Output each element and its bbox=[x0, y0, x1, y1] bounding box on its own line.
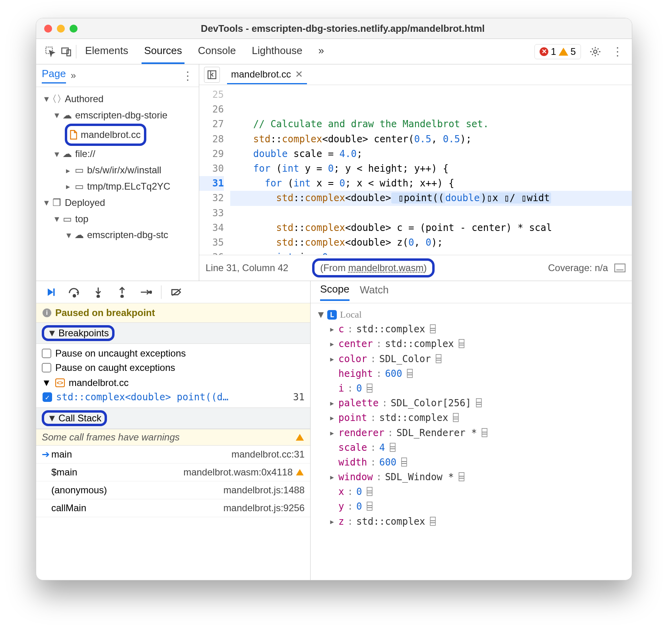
editor-tab-mandelbrot-cc[interactable]: mandelbrot.cc ✕ bbox=[227, 65, 307, 84]
memory-icon[interactable]: ⌸ bbox=[476, 396, 482, 411]
expand-icon[interactable]: ▸ bbox=[329, 396, 335, 411]
expand-icon[interactable]: ▸ bbox=[329, 322, 335, 337]
scope-var[interactable]: ▸palette: SDL_Color[256]⌸ bbox=[329, 396, 625, 411]
tab-watch[interactable]: Watch bbox=[360, 284, 389, 300]
tree-authored[interactable]: ▼〈〉Authored bbox=[43, 91, 196, 107]
scope-var[interactable]: height: 600⌸ bbox=[329, 367, 625, 381]
pause-uncaught-row[interactable]: Pause on uncaught exceptions bbox=[42, 346, 305, 361]
tab-lighthouse[interactable]: Lighthouse bbox=[249, 39, 305, 64]
step-out-button[interactable] bbox=[112, 283, 132, 301]
close-tab-icon[interactable]: ✕ bbox=[295, 69, 303, 80]
expand-icon[interactable]: ▸ bbox=[329, 411, 335, 425]
memory-icon[interactable]: ⌸ bbox=[367, 499, 372, 514]
code-area[interactable]: 25 26 27 28 29 30 31 32 33 34 35 36 37 /… bbox=[199, 85, 632, 255]
breakpoints-header[interactable]: ▼Breakpoints bbox=[36, 322, 310, 344]
scope-var[interactable]: width: 600⌸ bbox=[329, 455, 625, 470]
callstack-frame[interactable]: $mainmandelbrot.wasm:0x4118 bbox=[36, 464, 310, 481]
scope-var[interactable]: scale: 4⌸ bbox=[329, 440, 625, 455]
memory-icon[interactable]: ⌸ bbox=[367, 381, 372, 396]
tab-scope[interactable]: Scope bbox=[320, 283, 350, 301]
scope-var[interactable]: ▸color: SDL_Color⌸ bbox=[329, 352, 625, 367]
memory-icon[interactable]: ⌸ bbox=[430, 514, 435, 529]
step-over-button[interactable] bbox=[64, 283, 85, 301]
navigator-tab-page[interactable]: Page bbox=[42, 68, 66, 83]
tab-sources[interactable]: Sources bbox=[142, 39, 184, 64]
var-name: width bbox=[338, 455, 367, 470]
scope-var[interactable]: ▸point: std::complex⌸ bbox=[329, 411, 625, 425]
tree-folder-2[interactable]: ▸▭tmp/tmp.ELcTq2YC bbox=[43, 178, 196, 195]
zoom-window-button[interactable] bbox=[70, 25, 78, 33]
memory-icon[interactable]: ⌸ bbox=[390, 440, 395, 455]
memory-icon[interactable]: ⌸ bbox=[482, 426, 487, 440]
callstack-frame[interactable]: ➔mainmandelbrot.cc:31 bbox=[36, 446, 310, 464]
toggle-navigator-icon[interactable] bbox=[204, 67, 220, 83]
var-name: i bbox=[338, 381, 344, 396]
breakpoints-body: Pause on uncaught exceptions Pause on ca… bbox=[36, 344, 310, 407]
issues-badge[interactable]: ✕ 1 5 bbox=[534, 44, 581, 59]
memory-icon[interactable]: ⌸ bbox=[430, 322, 435, 337]
source-origin[interactable]: (From mandelbrot.wasm) bbox=[312, 258, 435, 277]
scope-var[interactable]: ▸window: SDL_Window *⌸ bbox=[329, 470, 625, 485]
scope-var[interactable]: x: 0⌸ bbox=[329, 485, 625, 499]
expand-icon[interactable]: ▸ bbox=[329, 352, 335, 367]
navigator-pane: Page » ⋮ ▼〈〉Authored ▼☁︎emscripten-dbg-s… bbox=[36, 64, 199, 281]
checkbox-icon[interactable] bbox=[42, 363, 51, 372]
callstack-header[interactable]: ▼Call Stack bbox=[36, 407, 310, 429]
expand-icon[interactable]: ▸ bbox=[329, 337, 335, 351]
memory-icon[interactable]: ⌸ bbox=[407, 367, 413, 381]
memory-icon[interactable]: ⌸ bbox=[367, 485, 372, 499]
callstack-fn: main bbox=[51, 449, 231, 460]
close-window-button[interactable] bbox=[44, 25, 52, 33]
kebab-menu-icon[interactable]: ⋮ bbox=[610, 44, 625, 60]
callstack-frame[interactable]: callMainmandelbrot.js:9256 bbox=[36, 499, 310, 517]
memory-icon[interactable]: ⌸ bbox=[401, 455, 407, 470]
error-icon: ✕ bbox=[540, 47, 548, 56]
tree-authored-host[interactable]: ▼☁︎emscripten-dbg-storie bbox=[43, 107, 196, 124]
expand-icon[interactable]: ▸ bbox=[329, 426, 335, 440]
tree-file-mandelbrot-cc[interactable]: mandelbrot.cc bbox=[43, 124, 196, 146]
breakpoint-entry[interactable]: ✓std::complex<double> point((d…31 bbox=[42, 391, 305, 405]
checkbox-checked-icon[interactable]: ✓ bbox=[43, 392, 52, 402]
callstack-frame[interactable]: (anonymous)mandelbrot.js:1488 bbox=[36, 481, 310, 499]
tree-folder-1[interactable]: ▸▭b/s/w/ir/x/w/install bbox=[43, 162, 196, 178]
toggle-bottom-pane-icon[interactable] bbox=[614, 264, 625, 272]
expand-icon[interactable]: ▸ bbox=[329, 470, 335, 485]
tab-elements[interactable]: Elements bbox=[83, 39, 130, 64]
minimize-window-button[interactable] bbox=[57, 25, 65, 33]
tree-file-proto[interactable]: ▼☁︎file:// bbox=[43, 146, 196, 162]
scope-var[interactable]: ▸z: std::complex⌸ bbox=[329, 514, 625, 529]
settings-icon[interactable] bbox=[587, 44, 603, 60]
memory-icon[interactable]: ⌸ bbox=[459, 337, 464, 351]
checkbox-icon[interactable] bbox=[42, 349, 51, 358]
scope-var[interactable]: i: 0⌸ bbox=[329, 381, 625, 396]
memory-icon[interactable]: ⌸ bbox=[453, 411, 458, 425]
scope-var[interactable]: ▸renderer: SDL_Renderer *⌸ bbox=[329, 426, 625, 440]
tree-top[interactable]: ▼▭top bbox=[43, 211, 196, 227]
more-tabs-button[interactable]: » bbox=[316, 39, 326, 64]
var-name: center bbox=[338, 337, 373, 351]
inspect-element-icon[interactable] bbox=[43, 44, 58, 60]
scope-var[interactable]: ▸center: std::complex⌸ bbox=[329, 337, 625, 351]
tab-console[interactable]: Console bbox=[196, 39, 238, 64]
memory-icon[interactable]: ⌸ bbox=[459, 470, 464, 485]
navigator-menu-icon[interactable]: ⋮ bbox=[182, 69, 193, 82]
deactivate-breakpoints-button[interactable] bbox=[166, 283, 187, 301]
step-into-button[interactable] bbox=[88, 283, 109, 301]
more-navigator-tabs[interactable]: » bbox=[71, 70, 76, 81]
scope-var[interactable]: y: 0⌸ bbox=[329, 499, 625, 514]
step-button[interactable] bbox=[136, 283, 156, 301]
window-title: DevTools - emscripten-dbg-stories.netlif… bbox=[78, 23, 632, 34]
svg-point-7 bbox=[73, 295, 76, 297]
resume-button[interactable] bbox=[40, 283, 61, 301]
breakpoint-file[interactable]: ▼<>mandelbrot.cc bbox=[42, 375, 305, 391]
scope-body: ▼LLocal ▸c: std::complex⌸▸center: std::c… bbox=[311, 303, 632, 533]
expand-icon[interactable]: ▸ bbox=[329, 514, 335, 529]
scope-var[interactable]: ▸c: std::complex⌸ bbox=[329, 322, 625, 337]
device-toolbar-icon[interactable] bbox=[58, 44, 74, 60]
tree-deployed-host[interactable]: ▼☁︎emscripten-dbg-stc bbox=[43, 227, 196, 243]
memory-icon[interactable]: ⌸ bbox=[436, 352, 441, 367]
scope-local-header[interactable]: ▼LLocal bbox=[318, 307, 625, 322]
var-name: point bbox=[338, 411, 367, 425]
tree-deployed[interactable]: ▼❒Deployed bbox=[43, 195, 196, 211]
pause-caught-row[interactable]: Pause on caught exceptions bbox=[42, 361, 305, 375]
